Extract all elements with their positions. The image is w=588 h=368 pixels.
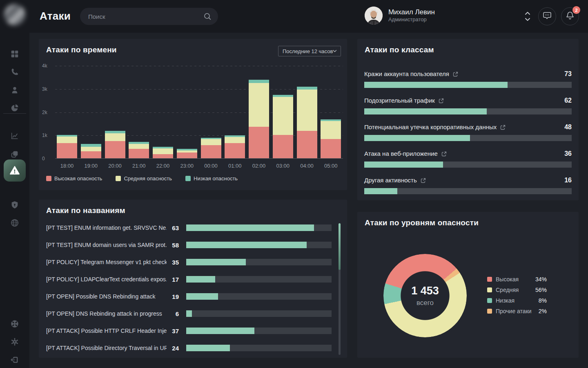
bar-track bbox=[364, 135, 572, 141]
collapse-expand-icon[interactable] bbox=[524, 11, 531, 24]
bar-segment bbox=[201, 139, 221, 145]
stacked-bar bbox=[297, 87, 317, 158]
user-icon bbox=[10, 85, 19, 94]
attack-name-label: [PT POLICY] Telegram Messenger v1 pkt ch… bbox=[46, 259, 167, 265]
sidebar-item-globe[interactable] bbox=[0, 214, 29, 232]
bar-segment bbox=[321, 121, 341, 139]
x-axis-label: 03:00 bbox=[271, 163, 295, 169]
bar-segment bbox=[105, 131, 125, 134]
stacked-bar bbox=[273, 95, 293, 158]
user-info: Михаил Левин Администратор bbox=[388, 8, 435, 23]
bar-fill bbox=[364, 135, 470, 141]
attack-class-label: Кражи аккаунта пользователя bbox=[364, 70, 459, 78]
scrollbar-track[interactable] bbox=[339, 223, 341, 355]
sidebar-item-logout[interactable] bbox=[0, 351, 29, 368]
y-axis-label: 3k bbox=[42, 86, 53, 92]
legend-label: Прочие атаки bbox=[496, 308, 532, 314]
app-logo[interactable] bbox=[4, 4, 25, 25]
pie-chart-icon bbox=[10, 103, 19, 112]
attack-name-row[interactable]: [PT TEST] ENUM domain users via SAMR pro… bbox=[46, 236, 332, 254]
bar-segment bbox=[273, 135, 293, 158]
notifications-button[interactable]: 2 bbox=[561, 7, 579, 25]
legend-label: Низкая bbox=[496, 297, 514, 304]
logout-icon bbox=[10, 355, 19, 364]
bar-segment bbox=[105, 141, 125, 158]
attacks-by-time-panel: Атаки по времени Последние 12 часов 4k3k… bbox=[39, 39, 347, 190]
legend-label: Низкая опасность bbox=[194, 175, 238, 182]
sidebar-item-settings[interactable] bbox=[0, 333, 29, 351]
sidebar-divider bbox=[3, 113, 26, 114]
external-link-icon[interactable] bbox=[420, 177, 426, 184]
external-link-icon[interactable] bbox=[441, 151, 447, 157]
search-icon[interactable] bbox=[203, 12, 212, 22]
attack-name-row[interactable]: [PT OPEN] Possible DNS Rebinding attack1… bbox=[46, 288, 332, 305]
attack-name-label: [PT TEST] ENUM domain users via SAMR pro… bbox=[46, 242, 167, 248]
attack-name-label: [PT OPEN] DNS Rebinding attack in progre… bbox=[46, 310, 167, 317]
bar-track bbox=[186, 242, 332, 248]
bar-segment bbox=[105, 133, 125, 141]
chat-icon bbox=[543, 11, 552, 22]
attack-name-label: [PT POLICY] LDAPClearText credentials ex… bbox=[46, 276, 167, 283]
severity-legend-item: Прочие атаки2% bbox=[487, 306, 547, 316]
sidebar-item-shield[interactable] bbox=[0, 196, 29, 214]
attack-class-value: 36 bbox=[564, 150, 572, 157]
bar-fill bbox=[186, 242, 307, 248]
x-axis-label: 02:00 bbox=[247, 163, 271, 169]
attack-name-row[interactable]: [PT ATTACK] Possible HTTP CRLF Header In… bbox=[46, 322, 332, 339]
line-chart-icon bbox=[10, 131, 19, 140]
sidebar-item-lifebuoy[interactable] bbox=[0, 315, 29, 333]
sidebar-item-dashboard-grid[interactable] bbox=[0, 45, 29, 63]
time-range-dropdown[interactable]: Последние 12 часов bbox=[278, 46, 341, 56]
external-link-icon[interactable] bbox=[438, 98, 444, 104]
attack-class-value: 16 bbox=[564, 177, 572, 184]
external-link-icon[interactable] bbox=[452, 71, 459, 77]
attack-name-label: [PT ATTACK] Possible HTTP CRLF Header In… bbox=[46, 328, 167, 334]
stacked-bar bbox=[57, 135, 77, 158]
x-axis-label: 05:00 bbox=[319, 163, 343, 169]
attack-name-row[interactable]: [PT POLICY] Telegram Messenger v1 pkt ch… bbox=[46, 254, 332, 271]
attack-name-value: 24 bbox=[167, 345, 179, 352]
x-axis-label: 20:00 bbox=[103, 163, 127, 169]
attack-name-value: 37 bbox=[167, 328, 179, 334]
stacked-bar bbox=[153, 147, 173, 158]
search-input[interactable] bbox=[80, 8, 218, 25]
attacks-dashboard: Атаки Михаил Левин Администратор bbox=[0, 0, 588, 368]
bar-track bbox=[364, 162, 572, 168]
legend-label: Высокая опасность bbox=[54, 175, 102, 182]
bar-track bbox=[186, 310, 332, 317]
sidebar-item-alert-triangle[interactable] bbox=[4, 159, 26, 182]
attack-name-row[interactable]: [PT ATTACK] Possible Directory Traversal… bbox=[46, 339, 332, 357]
messages-button[interactable] bbox=[538, 7, 556, 25]
bar-segment bbox=[153, 154, 173, 158]
attack-name-row[interactable]: [PT TEST] ENUM information get. SRVSVC N… bbox=[46, 219, 332, 236]
attack-class-label: Подозрительный трафик bbox=[364, 96, 444, 105]
sidebar-item-user[interactable] bbox=[0, 81, 29, 99]
bar-fill bbox=[186, 345, 230, 351]
sidebar-item-line-chart[interactable] bbox=[0, 127, 29, 145]
bar-segment bbox=[153, 148, 173, 154]
legend-percent: 56% bbox=[535, 287, 547, 293]
user-menu[interactable]: Михаил Левин Администратор bbox=[365, 7, 435, 25]
topbar: Атаки Михаил Левин Администратор bbox=[29, 0, 588, 33]
settings-icon bbox=[10, 337, 19, 346]
legend-item: Средняя опасность bbox=[116, 175, 172, 182]
bar-segment bbox=[273, 97, 293, 135]
sidebar-item-pie-chart[interactable] bbox=[0, 99, 29, 117]
bar-fill bbox=[186, 224, 314, 231]
attack-name-row[interactable]: [PT OPEN] DNS Rebinding attack in progre… bbox=[46, 305, 332, 322]
bar-fill bbox=[186, 259, 246, 265]
scrollbar-thumb[interactable] bbox=[339, 223, 341, 270]
external-link-icon[interactable] bbox=[500, 124, 506, 130]
sidebar-item-phone[interactable] bbox=[0, 63, 29, 81]
legend-swatch bbox=[487, 287, 492, 292]
bar-segment bbox=[249, 80, 269, 83]
attack-class-value: 48 bbox=[564, 123, 572, 131]
bar-track bbox=[364, 108, 572, 114]
attack-name-row[interactable]: [PT POLICY] LDAPClearText credentials ex… bbox=[46, 271, 332, 288]
attack-name-label: [PT TEST] ENUM information get. SRVSVC N… bbox=[46, 224, 167, 231]
page-title: Атаки bbox=[40, 10, 71, 22]
severity-legend: Высокая34%Средняя56%Низкая8%Прочие атаки… bbox=[487, 274, 547, 316]
legend-label: Высокая bbox=[496, 276, 519, 283]
donut-center: 1 453 всего bbox=[383, 254, 467, 337]
user-role: Администратор bbox=[388, 16, 435, 23]
